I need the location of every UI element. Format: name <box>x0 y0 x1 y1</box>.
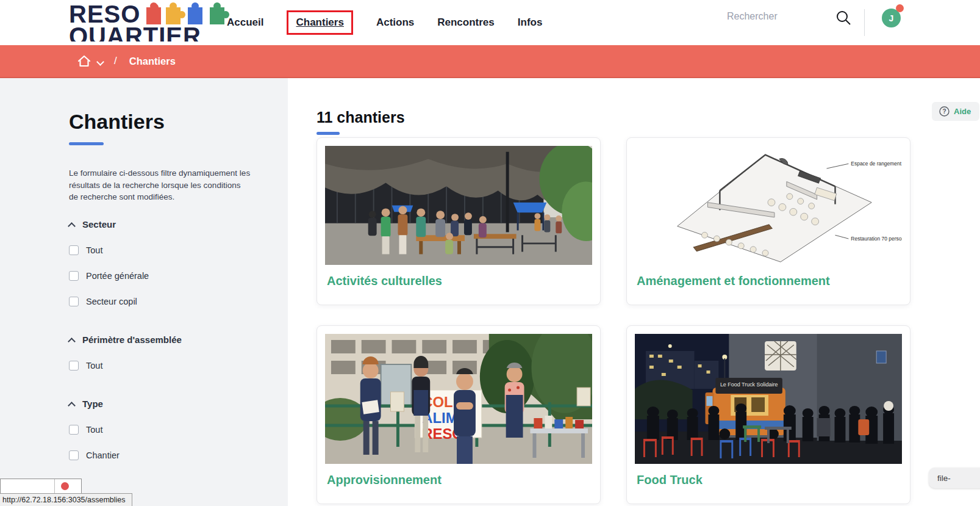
page: RESO QUARTIER <box>0 0 980 506</box>
count-underline <box>317 132 340 135</box>
card-amenagement[interactable]: Espace de rangement des tables Restaurat… <box>626 137 910 305</box>
svg-text:Restauration 70 personnes: Restauration 70 personnes <box>851 236 902 242</box>
breadcrumb-chevron-icon[interactable] <box>98 59 103 64</box>
svg-text:Espace de rangement des tables: Espace de rangement des tables <box>851 161 902 167</box>
notification-dot <box>896 4 904 12</box>
download-tooltip: file- <box>929 468 980 488</box>
nav-item-accueil[interactable]: Accueil <box>227 16 263 29</box>
search-icon[interactable] <box>835 9 854 27</box>
filter-group-toggle[interactable]: Type <box>69 399 263 409</box>
filter-group-secteur: Secteur Tout Portée générale Secteur cop… <box>69 219 263 306</box>
results-main: 11 chantiers ? Aide <box>288 78 980 506</box>
filter-group-toggle[interactable]: Secteur <box>69 219 263 230</box>
card-image-approvisionnement: COLLE ALIM RESO <box>325 334 592 464</box>
popup-red-icon <box>61 482 69 490</box>
help-label: Aide <box>954 107 971 116</box>
red-annotation-box: Chantiers <box>287 10 352 35</box>
checkbox[interactable] <box>69 450 79 460</box>
question-circle-icon: ? <box>939 106 950 117</box>
popup-divider <box>54 479 55 494</box>
logo-text-line1: RESO <box>69 3 140 25</box>
partial-popup <box>0 479 82 494</box>
breadcrumb: / Chantiers <box>0 45 980 78</box>
card-title[interactable]: Aménagement et fonctionnement <box>637 274 902 288</box>
collapse-caret-icon <box>69 337 74 342</box>
filter-group-perimetre: Périmètre d'assemblée Tout <box>69 334 263 370</box>
checkbox[interactable] <box>69 425 79 435</box>
results-count-heading: 11 chantiers <box>317 109 980 126</box>
collapse-caret-icon <box>69 222 74 227</box>
nav-item-rencontres[interactable]: Rencontres <box>437 16 495 29</box>
nav-item-infos[interactable]: Infos <box>518 16 543 29</box>
checkbox[interactable] <box>69 297 79 306</box>
nav-item-actions[interactable]: Actions <box>376 16 414 29</box>
avatar-initial: J <box>889 13 894 23</box>
svg-text:Le Food Truck Solidaire: Le Food Truck Solidaire <box>720 381 778 388</box>
cards-grid: Activités culturelles <box>317 137 980 504</box>
card-image-activites <box>325 146 592 265</box>
search-input[interactable] <box>727 11 831 22</box>
filter-group-type: Type Tout Chantier <box>69 399 263 460</box>
filter-option[interactable]: Secteur copil <box>69 297 263 306</box>
checkbox[interactable] <box>69 361 79 370</box>
title-underline <box>69 142 104 145</box>
filter-option[interactable]: Tout <box>69 361 263 370</box>
card-title[interactable]: Food Truck <box>637 473 902 487</box>
header-divider <box>864 9 865 36</box>
filter-group-toggle[interactable]: Périmètre d'assemblée <box>69 334 263 345</box>
checkbox[interactable] <box>69 245 79 255</box>
top-header: RESO QUARTIER <box>0 0 980 45</box>
card-activites-culturelles[interactable]: Activités culturelles <box>317 137 601 305</box>
svg-text:?: ? <box>942 108 946 115</box>
site-logo[interactable]: RESO QUARTIER <box>69 1 241 42</box>
nav-item-chantiers[interactable]: Chantiers <box>296 16 343 28</box>
help-button[interactable]: ? Aide <box>932 102 979 121</box>
card-approvisionnement[interactable]: COLLE ALIM RESO <box>317 325 601 504</box>
logo-text-line2: QUARTIER <box>69 24 241 42</box>
main-nav: Accueil Chantiers Actions Rencontres Inf… <box>227 0 542 45</box>
card-image-amenagement: Espace de rangement des tables Restaurat… <box>635 146 902 265</box>
status-url-text: http://62.72.18.156:3035/assemblies <box>2 496 126 504</box>
card-image-food-truck: Le Food Truck Solidaire <box>635 334 902 464</box>
card-title[interactable]: Approvisionnement <box>327 473 592 487</box>
card-food-truck[interactable]: Le Food Truck Solidaire <box>626 325 910 504</box>
home-icon[interactable] <box>77 54 91 68</box>
filter-option[interactable]: Portée générale <box>69 271 263 281</box>
filter-group-title: Secteur <box>82 219 116 230</box>
checkbox[interactable] <box>69 271 79 281</box>
filter-group-title: Type <box>82 399 103 409</box>
card-title[interactable]: Activités culturelles <box>327 274 592 288</box>
filter-option[interactable]: Tout <box>69 425 263 435</box>
filter-option[interactable]: Tout <box>69 245 263 255</box>
collapse-caret-icon <box>69 401 74 407</box>
status-url-tooltip: http://62.72.18.156:3035/assemblies <box>0 493 132 506</box>
download-label: file- <box>937 474 951 483</box>
filter-group-title: Périmètre d'assemblée <box>82 334 182 345</box>
sidebar-title: Chantiers <box>69 110 263 134</box>
breadcrumb-separator: / <box>114 55 117 67</box>
filter-description: Le formulaire ci-dessous filtre dynamiqu… <box>69 167 252 203</box>
filter-option[interactable]: Chantier <box>69 450 263 460</box>
breadcrumb-current: Chantiers <box>129 56 176 67</box>
filters-sidebar: Chantiers Le formulaire ci-dessous filtr… <box>0 78 288 506</box>
